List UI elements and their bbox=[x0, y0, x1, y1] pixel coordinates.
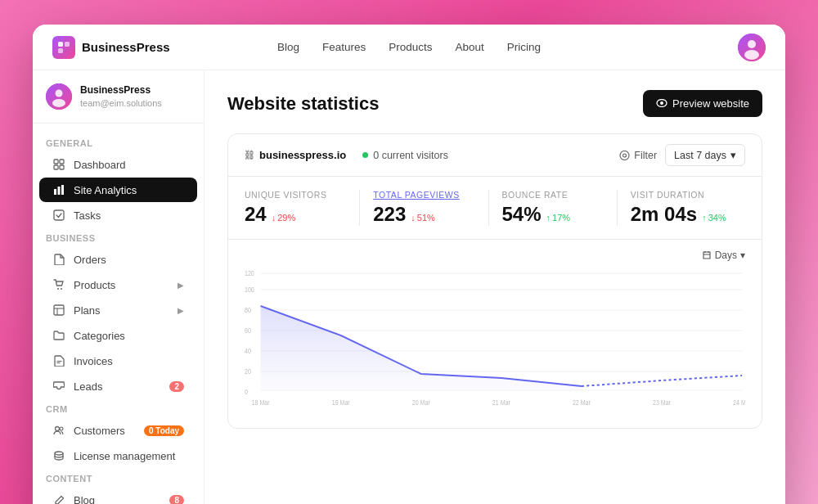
svg-point-18 bbox=[61, 288, 62, 290]
sidebar-item-products[interactable]: Products ▶ bbox=[39, 272, 197, 297]
section-content: Content bbox=[33, 469, 204, 487]
metrics-row: UNIQUE VISITORS 24 ↓ 29% TOTAL PAGEVIEWS… bbox=[228, 177, 762, 240]
chart-wrapper: 120 100 80 60 40 20 0 bbox=[245, 268, 745, 415]
metric-pageviews: TOTAL PAGEVIEWS 223 ↓ 51% bbox=[360, 190, 488, 226]
sidebar-item-customers[interactable]: Customers 0 Today bbox=[39, 418, 197, 443]
nav-right bbox=[602, 34, 766, 61]
sidebar-label-blog: Blog bbox=[74, 494, 95, 505]
filter-area: Filter Last 7 days ▾ bbox=[619, 144, 745, 166]
stats-panel: ⛓ businesspress.io 0 current visitors bbox=[227, 133, 762, 429]
arrow-icon-products: ▶ bbox=[178, 281, 184, 290]
metric-unique-visitors: UNIQUE VISITORS 24 ↓ 29% bbox=[245, 190, 360, 226]
svg-rect-16 bbox=[54, 210, 64, 220]
section-crm: CRM bbox=[33, 399, 204, 417]
section-general: General bbox=[33, 133, 204, 151]
metric-label-0: UNIQUE VISITORS bbox=[245, 190, 346, 200]
days-select[interactable]: Days ▾ bbox=[702, 250, 745, 261]
sidebar-item-license[interactable]: License management bbox=[39, 443, 197, 468]
date-range-select[interactable]: Last 7 days ▾ bbox=[665, 144, 745, 166]
sidebar-label-categories: Categories bbox=[74, 330, 125, 342]
svg-marker-47 bbox=[261, 306, 582, 390]
page-title: Website statistics bbox=[227, 93, 379, 115]
checkbox-icon bbox=[52, 209, 65, 222]
nav-features[interactable]: Features bbox=[322, 41, 366, 53]
preview-btn-label: Preview website bbox=[672, 97, 749, 110]
metric-label-3: VISIT DURATION bbox=[631, 190, 732, 200]
nav-products[interactable]: Products bbox=[389, 41, 432, 53]
nav-about[interactable]: About bbox=[456, 41, 484, 53]
preview-website-button[interactable]: Preview website bbox=[643, 90, 762, 117]
bar-chart-icon bbox=[52, 183, 65, 196]
user-avatar[interactable] bbox=[738, 34, 766, 61]
svg-rect-1 bbox=[65, 42, 70, 47]
top-nav: BusinessPress Blog Features Products Abo… bbox=[33, 25, 785, 70]
filter-label: Filter bbox=[634, 150, 657, 161]
svg-rect-0 bbox=[58, 42, 63, 47]
svg-text:20: 20 bbox=[245, 367, 251, 376]
cart-icon bbox=[52, 278, 65, 291]
svg-point-17 bbox=[57, 288, 59, 290]
sidebar-item-blog[interactable]: Blog 8 bbox=[39, 488, 197, 504]
sidebar-item-plans[interactable]: Plans ▶ bbox=[39, 298, 197, 322]
metric-value-0: 24 ↓ 29% bbox=[245, 203, 346, 226]
svg-text:21 Mar: 21 Mar bbox=[492, 398, 510, 407]
users-icon bbox=[52, 424, 65, 437]
chart-container: Days ▾ 120 100 80 60 40 20 bbox=[228, 240, 762, 428]
svg-rect-13 bbox=[54, 189, 56, 195]
sidebar-label-analytics: Site Analytics bbox=[74, 184, 137, 196]
customers-badge: 0 Today bbox=[144, 425, 184, 436]
table-icon bbox=[52, 304, 65, 317]
svg-rect-14 bbox=[58, 187, 61, 195]
svg-text:23 Mar: 23 Mar bbox=[653, 398, 671, 407]
sidebar-profile-info: BusinessPress team@eim.solutions bbox=[80, 84, 162, 109]
svg-rect-9 bbox=[54, 160, 58, 164]
svg-rect-2 bbox=[58, 48, 63, 53]
filter-button[interactable]: Filter bbox=[619, 150, 657, 161]
svg-text:20 Mar: 20 Mar bbox=[412, 398, 430, 407]
metric-label-2: BOUNCE RATE bbox=[502, 190, 604, 200]
nav-pricing[interactable]: Pricing bbox=[507, 41, 541, 53]
pen-icon bbox=[52, 493, 65, 504]
visitors-count: 0 current visitors bbox=[373, 150, 448, 161]
svg-text:0: 0 bbox=[245, 388, 248, 396]
sidebar-item-dashboard[interactable]: Dashboard bbox=[39, 152, 197, 177]
metric-value-3: 2m 04s ↑ 34% bbox=[631, 203, 732, 226]
sidebar-profile-name: BusinessPress bbox=[80, 84, 162, 97]
svg-text:60: 60 bbox=[245, 326, 251, 335]
sidebar-item-categories[interactable]: Categories bbox=[39, 323, 197, 348]
sidebar-label-tasks: Tasks bbox=[74, 209, 101, 222]
svg-text:100: 100 bbox=[245, 286, 254, 294]
eye-icon bbox=[656, 97, 667, 110]
site-url[interactable]: ⛓ businesspress.io bbox=[245, 149, 346, 161]
days-label: Days bbox=[715, 250, 737, 261]
sidebar-item-leads[interactable]: Leads 2 bbox=[39, 374, 197, 398]
chart-svg: 120 100 80 60 40 20 0 bbox=[245, 268, 745, 415]
content-area: Website statistics Preview website ⛓ bbox=[204, 70, 785, 504]
sidebar-profile-email: team@eim.solutions bbox=[80, 97, 162, 109]
metric-change-3: ↑ 34% bbox=[702, 213, 726, 223]
svg-point-26 bbox=[55, 452, 63, 455]
metric-label-1[interactable]: TOTAL PAGEVIEWS bbox=[373, 190, 474, 200]
sidebar: BusinessPress team@eim.solutions General… bbox=[33, 70, 204, 504]
sidebar-item-orders[interactable]: Orders bbox=[39, 247, 197, 272]
chevron-down-icon: ▾ bbox=[730, 149, 736, 161]
sidebar-item-tasks[interactable]: Tasks bbox=[39, 203, 197, 227]
site-url-text: businesspress.io bbox=[259, 149, 346, 161]
svg-text:120: 120 bbox=[245, 269, 254, 277]
sidebar-item-analytics[interactable]: Site Analytics bbox=[39, 178, 197, 202]
svg-rect-15 bbox=[61, 185, 64, 195]
svg-point-5 bbox=[744, 50, 759, 60]
online-dot bbox=[362, 152, 368, 158]
sidebar-item-invoices[interactable]: Invoices bbox=[39, 349, 197, 373]
link-icon: ⛓ bbox=[245, 150, 254, 161]
metric-value-2: 54% ↑ 17% bbox=[502, 203, 604, 226]
svg-point-28 bbox=[660, 101, 663, 105]
nav-blog[interactable]: Blog bbox=[277, 41, 299, 53]
sidebar-profile: BusinessPress team@eim.solutions bbox=[33, 83, 204, 124]
svg-text:40: 40 bbox=[245, 347, 251, 355]
logo-area: BusinessPress bbox=[52, 36, 216, 59]
content-header: Website statistics Preview website bbox=[227, 90, 762, 117]
sidebar-label-license: License management bbox=[74, 450, 175, 462]
svg-text:24 Mar: 24 Mar bbox=[733, 398, 745, 407]
blog-badge: 8 bbox=[169, 495, 184, 505]
